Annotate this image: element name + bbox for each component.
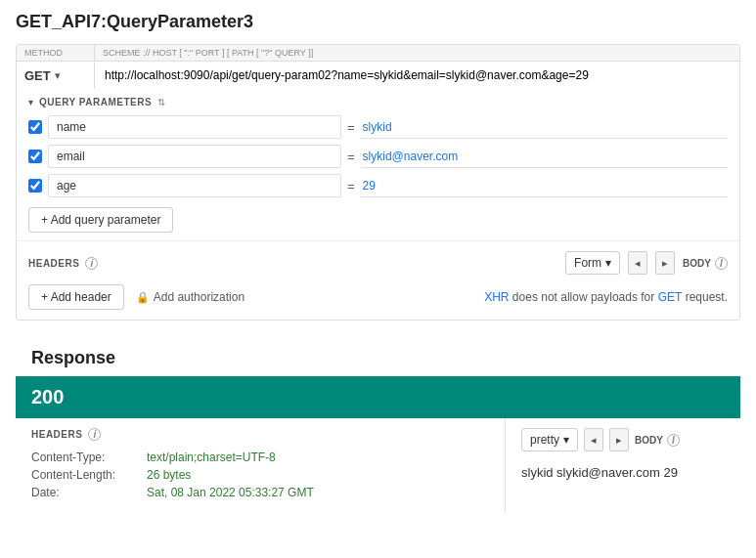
response-body-col-header: pretty ▾ ◂ ▸ BODY i: [521, 428, 725, 451]
xhr-notice: XHR does not allow payloads for GET requ…: [484, 290, 728, 304]
labels-row: METHOD SCHEME :// HOST [ ":" PORT ] [ PA…: [17, 45, 739, 62]
response-body-info-icon: i: [667, 434, 680, 447]
header-val-2: 26 bytes: [147, 468, 191, 482]
method-label: METHOD: [17, 45, 95, 61]
header-key-1: Content-Type:: [31, 451, 139, 464]
response-headers-table: Content-Type: text/plain;charset=UTF-8 C…: [31, 451, 489, 499]
header-key-3: Date:: [31, 486, 139, 499]
response-headers-title: HEADERS: [31, 429, 82, 440]
lock-icon: 🔒: [136, 291, 150, 304]
headers-actions: + Add header 🔒 Add authorization: [28, 284, 245, 310]
request-section: METHOD SCHEME :// HOST [ ":" PORT ] [ PA…: [16, 44, 740, 321]
param-eq-3: =: [347, 179, 355, 193]
param-row-2: =: [28, 145, 728, 168]
xhr-notice-end: request.: [686, 290, 728, 304]
response-header-1: Content-Type: text/plain;charset=UTF-8: [31, 451, 489, 464]
header-val-1: text/plain;charset=UTF-8: [147, 451, 276, 464]
headers-bottom: + Add header 🔒 Add authorization XHR doe…: [28, 284, 728, 310]
response-nav-left-arrow[interactable]: ◂: [584, 428, 603, 451]
sort-icon: ⇅: [157, 97, 165, 107]
response-nav-right-arrow[interactable]: ▸: [609, 428, 629, 451]
query-params-title: QUERY PARAMETERS: [39, 97, 152, 107]
query-params-chevron-icon: ▾: [28, 97, 33, 107]
status-bar: 200: [16, 376, 740, 418]
param-value-input-2[interactable]: [361, 146, 728, 168]
param-checkbox-1[interactable]: [28, 120, 42, 134]
get-highlight: GET: [658, 290, 683, 304]
param-checkbox-3[interactable]: [28, 179, 42, 193]
pretty-dropdown[interactable]: pretty ▾: [521, 428, 578, 451]
page-container: GET_API7:QueryParameter3 METHOD SCHEME :…: [0, 0, 756, 525]
form-dropdown-arrow-icon: ▾: [605, 256, 611, 270]
headers-right: Form ▾ ◂ ▸ BODY i: [565, 251, 728, 275]
response-body-col: pretty ▾ ◂ ▸ BODY i slykid slykid@naver.…: [506, 418, 740, 513]
param-eq-2: =: [347, 150, 355, 164]
param-key-input-1[interactable]: [48, 115, 341, 139]
headers-title: HEADERS: [28, 258, 79, 269]
response-header-3: Date: Sat, 08 Jan 2022 05:33:27 GMT: [31, 486, 489, 499]
method-value: GET: [24, 68, 51, 83]
response-header-2: Content-Length: 26 bytes: [31, 468, 489, 482]
param-checkbox-2[interactable]: [28, 150, 42, 163]
response-headers-col: HEADERS i Content-Type: text/plain;chars…: [16, 418, 506, 513]
response-headers-col-header: HEADERS i: [31, 428, 489, 441]
xhr-link[interactable]: XHR: [484, 290, 509, 304]
query-params-header[interactable]: ▾ QUERY PARAMETERS ⇅: [28, 97, 728, 107]
xhr-notice-text: does not allow payloads for: [512, 290, 658, 304]
form-label: Form: [574, 256, 601, 270]
response-body-title: BODY: [635, 435, 663, 446]
param-row-1: =: [28, 115, 728, 139]
response-title: Response: [16, 336, 740, 376]
pretty-label: pretty: [530, 433, 559, 447]
nav-right-arrow[interactable]: ▸: [655, 251, 675, 275]
headers-section: HEADERS i Form ▾ ◂ ▸ BODY i: [17, 241, 739, 320]
response-body-label: BODY i: [635, 434, 680, 447]
param-eq-1: =: [347, 120, 355, 135]
param-key-input-2[interactable]: [48, 145, 341, 168]
param-value-input-1[interactable]: [361, 116, 728, 139]
header-key-2: Content-Length:: [31, 468, 139, 482]
param-key-input-3[interactable]: [48, 174, 341, 197]
body-title: BODY: [683, 258, 711, 269]
nav-left-arrow[interactable]: ◂: [628, 251, 647, 275]
headers-info-icon: i: [85, 257, 98, 270]
add-auth-label: Add authorization: [154, 290, 245, 304]
form-dropdown[interactable]: Form ▾: [565, 251, 620, 275]
page-title: GET_API7:QueryParameter3: [16, 12, 740, 32]
add-auth-button[interactable]: 🔒 Add authorization: [136, 290, 245, 304]
method-selector[interactable]: GET ▾: [17, 63, 95, 89]
url-input[interactable]: [99, 64, 735, 87]
pretty-dropdown-arrow-icon: ▾: [563, 433, 569, 447]
status-code: 200: [31, 386, 64, 408]
response-section: Response 200 HEADERS i Content-Type: tex…: [16, 336, 740, 513]
param-row-3: =: [28, 174, 728, 197]
response-content-row: HEADERS i Content-Type: text/plain;chars…: [16, 418, 740, 513]
method-dropdown-arrow-icon: ▾: [55, 69, 61, 82]
headers-left: HEADERS i: [28, 257, 98, 270]
param-value-input-3[interactable]: [361, 175, 728, 197]
body-info-icon: i: [715, 257, 728, 270]
url-input-cell: [95, 62, 739, 89]
inputs-row: GET ▾: [17, 62, 739, 89]
url-label: SCHEME :// HOST [ ":" PORT ] [ PATH [ "?…: [95, 45, 321, 61]
response-headers-info-icon: i: [88, 428, 101, 441]
response-body-content: slykid slykid@naver.com 29: [521, 461, 725, 480]
query-params-section: ▾ QUERY PARAMETERS ⇅ = =: [17, 89, 739, 241]
headers-top: HEADERS i Form ▾ ◂ ▸ BODY i: [28, 251, 728, 275]
header-val-3: Sat, 08 Jan 2022 05:33:27 GMT: [147, 486, 314, 499]
add-param-button[interactable]: + Add query parameter: [28, 207, 173, 233]
add-header-button[interactable]: + Add header: [28, 284, 124, 310]
body-label-header: BODY i: [683, 257, 728, 270]
